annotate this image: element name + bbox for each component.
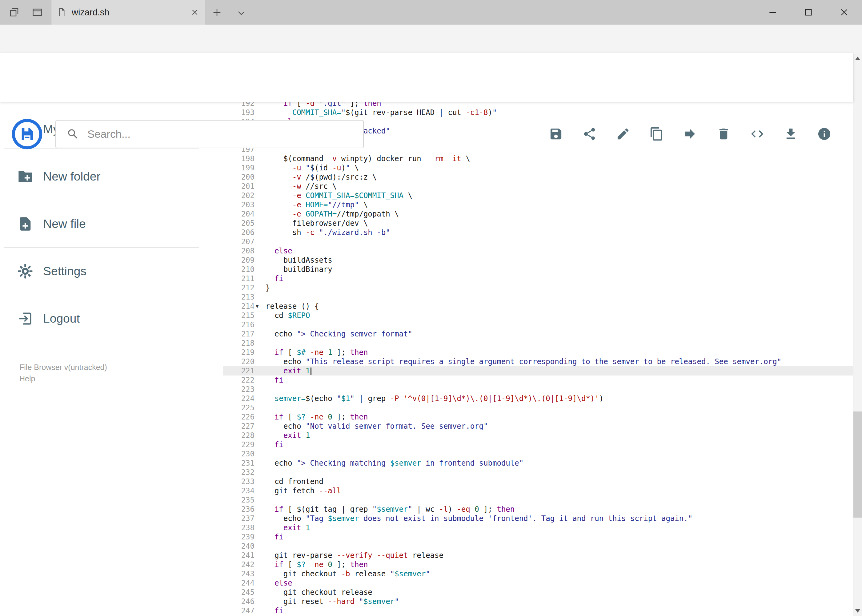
- line-number: 207: [223, 237, 255, 246]
- page-scrollbar[interactable]: [853, 53, 862, 616]
- code-line-245: 245 git checkout release: [223, 588, 853, 597]
- save-button[interactable]: [549, 127, 563, 141]
- fold-arrow-icon[interactable]: ▾: [256, 302, 264, 311]
- line-number: 228: [223, 431, 255, 440]
- code-button[interactable]: [750, 127, 764, 141]
- browser-tab-bar: wizard.sh: [0, 0, 862, 25]
- line-number: 229: [223, 440, 255, 449]
- line-number: 227: [223, 422, 255, 431]
- browser-nav-bar: filebrowser.web/files/wizard.sh: [0, 25, 862, 53]
- code-line-200: 200 -v /$(pwd):/src:z \: [223, 173, 853, 182]
- sidebar-item-new-file[interactable]: New file: [0, 200, 223, 248]
- code-text: $(command -v winpty) docker run --rm -it…: [266, 154, 470, 163]
- window-minimize-button[interactable]: [755, 0, 791, 25]
- code-text: semver=$(echo "$1" | grep -P '^v(0|[1-9]…: [266, 394, 604, 403]
- code-text: -e COMMIT_SHA=$COMMIT_SHA \: [266, 191, 412, 200]
- code-line-215: 215 cd $REPO: [223, 311, 853, 320]
- code-line-243: 243 git checkout -b release "$semver": [223, 569, 853, 578]
- set-tabs-aside-icon[interactable]: [9, 7, 20, 18]
- move-button[interactable]: [683, 127, 697, 141]
- sidebar-item-label: Settings: [43, 264, 87, 278]
- scroll-down-arrow-icon[interactable]: [855, 609, 860, 613]
- scroll-up-arrow-icon[interactable]: [855, 57, 860, 60]
- code-text: if [ $? -ne 0 ]; then: [266, 412, 368, 422]
- line-number: 206: [223, 228, 255, 237]
- code-text: release () {: [266, 302, 319, 311]
- code-text: }: [266, 283, 270, 292]
- code-line-201: 201 -w //src \: [223, 182, 853, 191]
- line-number: 213: [223, 292, 255, 302]
- sidebar-item-label: New file: [43, 217, 86, 231]
- sidebar-item-logout[interactable]: Logout: [0, 295, 223, 342]
- code-line-193: 193 COMMIT_SHA="$(git rev-parse HEAD | c…: [223, 108, 853, 117]
- delete-button[interactable]: [717, 127, 731, 141]
- code-line-204: 204 -e GOPATH=//tmp/gopath \: [223, 209, 853, 218]
- tab-list-chevron-icon[interactable]: [236, 8, 246, 18]
- window-close-button[interactable]: [826, 0, 862, 25]
- info-button[interactable]: [817, 127, 832, 141]
- line-number: 236: [223, 504, 255, 514]
- scrollbar-thumb[interactable]: [853, 412, 862, 518]
- code-text: -e HOME="//tmp" \: [266, 200, 368, 209]
- line-number: 246: [223, 597, 255, 606]
- code-line-217: 217 echo "> Checking semver format": [223, 329, 853, 339]
- window-maximize-button[interactable]: [791, 0, 826, 25]
- code-line-199: 199 -u "$(id -u)" \: [223, 163, 853, 173]
- code-line-223: 223: [223, 385, 853, 394]
- download-button[interactable]: [783, 127, 798, 141]
- code-editor[interactable]: 192 if [ -d ".git" ]; then193 COMMIT_SHA…: [223, 102, 853, 616]
- code-text: git checkout -b release "$semver": [266, 569, 430, 578]
- code-text: filebrowser/dev \: [266, 218, 368, 228]
- help-link[interactable]: Help: [19, 373, 107, 384]
- minimize-icon: [768, 7, 778, 17]
- share-button[interactable]: [582, 127, 597, 141]
- sidebar-footer: File Browser v(untracked) Help: [19, 361, 107, 384]
- code-line-226: 226 if [ $? -ne 0 ]; then: [223, 412, 853, 422]
- line-number: 192: [223, 102, 255, 108]
- tabs-preview-icon[interactable]: [32, 7, 43, 18]
- search-input[interactable]: Search...: [55, 120, 364, 148]
- new-tab-button[interactable]: [212, 7, 222, 18]
- code-line-221: 221 exit 1: [223, 366, 853, 376]
- logout-icon: [17, 311, 33, 327]
- filebrowser-header: Search...: [0, 53, 853, 102]
- filebrowser-logo[interactable]: [11, 118, 43, 150]
- code-text: fi: [266, 532, 284, 542]
- file-toolbar: [549, 127, 832, 141]
- line-number: 239: [223, 532, 255, 542]
- edit-button[interactable]: [616, 127, 630, 141]
- code-line-232: 232: [223, 468, 853, 477]
- code-line-247: 247 fi: [223, 606, 853, 615]
- sidebar-item-new-folder[interactable]: New folder: [0, 153, 223, 200]
- code-line-211: 211 fi: [223, 274, 853, 283]
- line-number: 221: [223, 366, 255, 376]
- sidebar-item-settings[interactable]: Settings: [0, 248, 223, 295]
- code-line-218: 218: [223, 339, 853, 348]
- code-text: fi: [266, 440, 284, 449]
- tab-close-icon[interactable]: [190, 8, 199, 17]
- line-number: 209: [223, 256, 255, 265]
- code-line-228: 228 exit 1: [223, 431, 853, 440]
- code-line-241: 241 git rev-parse --verify --quiet relea…: [223, 551, 853, 560]
- code-text: cd frontend: [266, 477, 323, 486]
- folder-plus-icon: [17, 168, 33, 184]
- code-line-222: 222 fi: [223, 376, 853, 385]
- line-number: 230: [223, 449, 255, 459]
- line-number: 214: [223, 302, 255, 311]
- code-line-202: 202 -e COMMIT_SHA=$COMMIT_SHA \: [223, 191, 853, 200]
- search-icon: [66, 127, 79, 141]
- code-text: -e GOPATH=//tmp/gopath \: [266, 209, 399, 218]
- code-line-246: 246 git reset --hard "$semver": [223, 597, 853, 606]
- text-cursor: [310, 368, 312, 375]
- line-number: 193: [223, 108, 255, 117]
- copy-button[interactable]: [649, 127, 664, 141]
- browser-tab-wizard[interactable]: wizard.sh: [51, 0, 205, 25]
- page-icon: [57, 7, 67, 17]
- code-line-225: 225: [223, 403, 853, 412]
- line-number: 244: [223, 578, 255, 588]
- code-text: exit 1: [266, 431, 310, 440]
- line-number: 220: [223, 357, 255, 366]
- line-number: 233: [223, 477, 255, 486]
- code-line-198: 198 $(command -v winpty) docker run --rm…: [223, 154, 853, 163]
- line-number: 238: [223, 523, 255, 532]
